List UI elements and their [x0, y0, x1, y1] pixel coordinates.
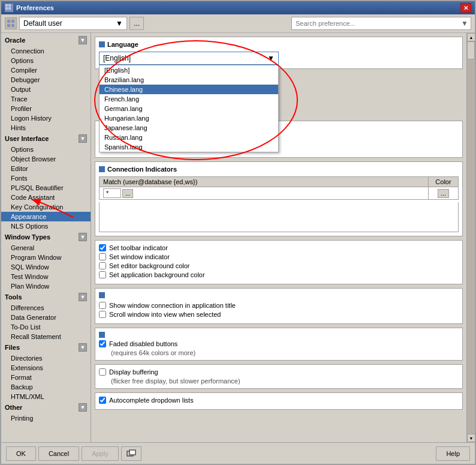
oracle-toggle[interactable]: ▼: [79, 36, 87, 44]
toolbar-indicator-checkbox[interactable]: [99, 244, 106, 251]
language-dropdown[interactable]: [English] ▼: [99, 52, 279, 65]
apply-button[interactable]: Apply: [82, 446, 119, 461]
sidebar-item-recall-statement[interactable]: Recall Statement: [1, 332, 91, 341]
restore-button[interactable]: [121, 446, 141, 461]
sidebar-section-oracle[interactable]: Oracle ▼: [1, 34, 91, 46]
window-types-toggle[interactable]: ▼: [79, 233, 87, 241]
sidebar-item-nls-options[interactable]: NLS Options: [1, 221, 91, 231]
sidebar-item-compiler[interactable]: Compiler: [1, 65, 91, 75]
sidebar-item-directories[interactable]: Directories: [1, 353, 91, 363]
scroll-down-button[interactable]: ▼: [467, 434, 475, 442]
lang-option-russian[interactable]: Russian.lang: [100, 133, 278, 142]
conn-match-input[interactable]: [103, 188, 121, 198]
sidebar-item-printing[interactable]: Printing: [1, 413, 91, 423]
sidebar-item-program-window[interactable]: Program Window: [1, 253, 91, 262]
toolbar-dots-button[interactable]: ...: [129, 17, 144, 30]
svg-rect-5: [11, 20, 14, 23]
conn-color-button[interactable]: ...: [438, 189, 448, 198]
sidebar-section-other[interactable]: Other ▼: [1, 401, 91, 413]
sidebar-item-extensions[interactable]: Extensions: [1, 363, 91, 373]
sidebar-item-html-xml[interactable]: HTML/XML: [1, 392, 91, 401]
scroll-window-checkbox[interactable]: [99, 311, 106, 318]
scroll-thumb[interactable]: [467, 41, 475, 59]
ok-button[interactable]: OK: [6, 446, 36, 461]
sidebar-item-format[interactable]: Format: [1, 373, 91, 382]
lang-option-spanish[interactable]: Spanish.lang: [100, 142, 278, 152]
dropdown-arrow-icon: ▼: [116, 19, 123, 28]
lang-option-french[interactable]: French.lang: [100, 94, 278, 104]
sidebar-item-sql-window[interactable]: SQL Window: [1, 262, 91, 272]
sidebar-item-key-configuration[interactable]: Key Configuration: [1, 202, 91, 212]
conn-empty-area: [99, 202, 459, 232]
help-button[interactable]: Help: [436, 446, 470, 461]
sidebar-item-data-generator[interactable]: Data Generator: [1, 313, 91, 322]
cancel-button[interactable]: Cancel: [38, 446, 79, 461]
lang-option-hungarian[interactable]: Hungarian.lang: [100, 113, 278, 123]
conn-dots-button[interactable]: ...: [122, 189, 133, 198]
sidebar-item-object-browser[interactable]: Object Browser: [1, 154, 91, 164]
lang-option-german[interactable]: German.lang: [100, 104, 278, 113]
close-button[interactable]: ✕: [460, 3, 471, 13]
other-toggle[interactable]: ▼: [79, 403, 87, 412]
language-selected: [English]: [103, 54, 131, 62]
search-input[interactable]: [292, 20, 459, 27]
faded-section: Faded disabled buttons (requires 64k col…: [95, 328, 463, 361]
sidebar-item-differences[interactable]: Differences: [1, 303, 91, 313]
sidebar-item-options[interactable]: Options: [1, 56, 91, 65]
sidebar-item-test-window[interactable]: Test Window: [1, 272, 91, 281]
sidebar-item-general[interactable]: General: [1, 243, 91, 253]
show-conn-label: Show window connection in application ti…: [109, 302, 236, 309]
sidebar-item-debugger[interactable]: Debugger: [1, 75, 91, 85]
sidebar-item-ui-options[interactable]: Options: [1, 145, 91, 154]
sidebar-item-logon-history[interactable]: Logon History: [1, 113, 91, 123]
faded-checkbox[interactable]: [99, 340, 106, 347]
ui-toggle[interactable]: ▼: [79, 134, 87, 143]
files-toggle[interactable]: ▼: [79, 343, 87, 352]
sidebar-section-ui[interactable]: User Interface ▼: [1, 133, 91, 145]
sidebar-item-editor[interactable]: Editor: [1, 164, 91, 173]
sidebar-item-code-assistant[interactable]: Code Assistant: [1, 193, 91, 202]
lang-option-chinese[interactable]: Chinese.lang: [100, 85, 278, 94]
sidebar-item-todo-list[interactable]: To-Do List: [1, 322, 91, 332]
display-checkbox[interactable]: [99, 368, 106, 376]
tools-toggle[interactable]: ▼: [79, 293, 87, 301]
preferences-window: Preferences ✕ Default user ▼ ... ▼: [0, 0, 476, 465]
sidebar-item-plsql-beautifier[interactable]: PL/SQL Beautifier: [1, 183, 91, 193]
toolbar-icon: [5, 17, 17, 29]
show-conn-checkbox[interactable]: [99, 302, 106, 309]
toolbar-indicator-row: Set toolbar indicator: [99, 244, 459, 251]
sidebar-item-hints[interactable]: Hints: [1, 123, 91, 133]
lang-option-japanese[interactable]: Japanese.lang: [100, 123, 278, 133]
conn-match-cell: ...: [100, 187, 429, 200]
conn-bullet: [99, 166, 105, 172]
scroll-up-button[interactable]: ▲: [467, 33, 475, 41]
lang-option-brazilian[interactable]: Brazilian.lang: [100, 75, 278, 85]
sidebar-item-profiler[interactable]: Profiler: [1, 104, 91, 113]
scroll-track[interactable]: [467, 41, 475, 434]
window-title: Preferences: [16, 4, 54, 11]
user-dropdown[interactable]: Default user ▼: [19, 17, 127, 30]
sidebar-item-trace[interactable]: Trace: [1, 94, 91, 104]
search-box[interactable]: ▼: [291, 17, 471, 30]
vertical-scrollbar: ▲ ▼: [466, 33, 475, 442]
editor-bg-checkbox[interactable]: [99, 262, 106, 269]
svg-rect-3: [8, 7, 11, 10]
lang-option-english[interactable]: [English]: [100, 65, 278, 75]
sidebar-item-plan-window[interactable]: Plan Window: [1, 281, 91, 291]
sidebar-section-files[interactable]: Files ▼: [1, 341, 91, 353]
app-bg-checkbox[interactable]: [99, 271, 106, 278]
sidebar-section-tools[interactable]: Tools ▼: [1, 291, 91, 303]
sidebar-section-window-types[interactable]: Window Types ▼: [1, 231, 91, 243]
sidebar-item-output[interactable]: Output: [1, 85, 91, 94]
sidebar-item-connection[interactable]: Connection: [1, 46, 91, 56]
window-indicator-checkbox[interactable]: [99, 253, 106, 260]
toolbar: Default user ▼ ... ▼: [1, 14, 475, 33]
svg-rect-2: [5, 7, 8, 10]
sidebar-item-fonts[interactable]: Fonts: [1, 173, 91, 183]
sidebar-item-backup[interactable]: Backup: [1, 382, 91, 392]
faded-subtitle: (requires 64k colors or more): [99, 349, 459, 356]
autocomplete-checkbox[interactable]: [99, 397, 106, 404]
sidebar-item-appearance[interactable]: Appearance: [1, 212, 91, 221]
conn-table-match-header: Match (user@database {ed,ws}): [100, 177, 429, 187]
svg-rect-7: [11, 24, 14, 27]
